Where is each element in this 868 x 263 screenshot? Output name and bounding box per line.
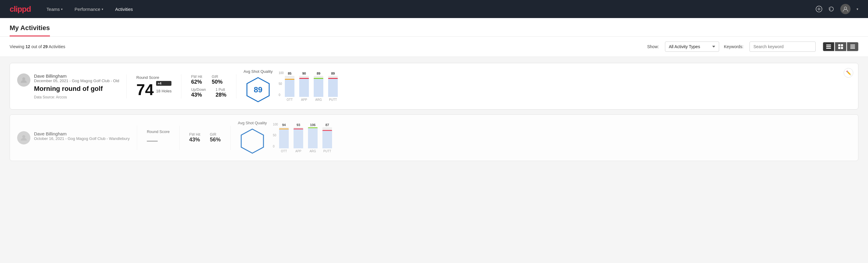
- bar-outer: [279, 127, 289, 148]
- activity-type-select[interactable]: All Activity Types: [665, 41, 719, 52]
- one-putt-value: 28%: [216, 92, 226, 98]
- card-info: Dave Billingham October 16, 2021 - Gog M…: [34, 131, 130, 143]
- card-info: Dave Billingham December 05, 2021 - Gog …: [34, 74, 119, 99]
- nav-label-activities: Activities: [115, 7, 133, 12]
- round-score-block: Round Score —: [140, 129, 177, 146]
- bar-accent: [279, 128, 289, 129]
- avatar: [17, 74, 30, 87]
- chart-columns: 94OTT93APP106ARG87PUTT: [279, 123, 332, 153]
- svg-rect-10: [850, 46, 855, 46]
- bar-fill: [314, 78, 323, 96]
- shot-quality-left: Avg Shot Quality 89: [244, 69, 273, 103]
- bar-fill: [328, 78, 338, 96]
- bar-col: 89PUTT: [328, 71, 338, 101]
- bar-fill: [299, 78, 309, 97]
- nav-label-teams: Teams: [46, 7, 60, 12]
- edit-button[interactable]: ✏️: [844, 68, 853, 78]
- bar-outer: [293, 127, 303, 148]
- keywords-label: Keywords:: [724, 44, 743, 49]
- svg-rect-6: [841, 44, 843, 46]
- mini-stats: FW Hit 62% GIR 50% Up/Down 43% 1 Putt: [184, 75, 234, 98]
- svg-rect-5: [838, 44, 840, 46]
- bar-x-label: PUTT: [329, 98, 337, 101]
- svg-rect-9: [850, 45, 855, 45]
- bar-col: 94OTT: [279, 123, 289, 153]
- user-dropdown-chevron[interactable]: ▾: [857, 7, 858, 11]
- activity-card: Dave Billingham October 16, 2021 - Gog M…: [10, 114, 858, 161]
- nav-item-activities[interactable]: Activities: [114, 4, 134, 14]
- one-putt-label: 1 Putt: [216, 88, 226, 92]
- view-list-full-button[interactable]: [847, 42, 858, 51]
- bar-col: 85OTT: [285, 71, 294, 101]
- logo: clippd: [10, 4, 31, 14]
- bar-x-label: OTT: [287, 98, 292, 101]
- one-putt-stat: 1 Putt 28%: [216, 88, 226, 98]
- fw-hit-stat: FW Hit 62%: [191, 75, 202, 85]
- avatar: [17, 131, 30, 144]
- shot-quality-label: Avg Shot Quality: [238, 121, 267, 125]
- fw-hit-stat: FW Hit 43%: [189, 133, 200, 143]
- user-avatar[interactable]: [840, 4, 850, 14]
- y-label-0: 0: [273, 145, 278, 148]
- player-date: December 05, 2021 - Gog Magog Golf Club …: [34, 79, 119, 83]
- nav-item-performance[interactable]: Performance ▾: [73, 4, 104, 14]
- bar-fill: [308, 127, 318, 148]
- up-down-stat: Up/Down 43%: [191, 88, 206, 98]
- refresh-button[interactable]: [828, 6, 834, 12]
- bar-col: 106ARG: [308, 123, 318, 153]
- bar-fill: [285, 79, 294, 97]
- viewing-count: 12: [26, 44, 30, 49]
- shot-quality-block: Avg Shot Quality 89 100: [239, 69, 343, 103]
- bar-col: 90APP: [299, 71, 309, 101]
- bar-chart: 100 50 0 85OTT90APP89ARG89PUTT: [279, 71, 338, 101]
- bar-x-label: PUTT: [323, 150, 331, 153]
- card-player-info: Dave Billingham October 16, 2021 - Gog M…: [17, 131, 134, 144]
- up-down-value: 43%: [191, 92, 206, 98]
- bar-fill: [322, 130, 332, 148]
- chart-columns: 85OTT90APP89ARG89PUTT: [285, 71, 338, 101]
- bar-value-label: 90: [302, 71, 306, 75]
- shot-quality-label: Avg Shot Quality: [244, 69, 273, 74]
- score-badge: +4: [156, 81, 172, 86]
- svg-rect-7: [838, 47, 840, 49]
- svg-rect-12: [850, 48, 855, 49]
- chart-y-labels: 100 50 0: [273, 123, 278, 153]
- gir-value: 50%: [212, 79, 223, 85]
- add-button[interactable]: [816, 6, 822, 12]
- activity-card: ✏️ Dave Billingham December 05, 2021 - G…: [10, 63, 858, 110]
- y-label-50: 50: [279, 82, 284, 85]
- view-grid-button[interactable]: [835, 42, 846, 51]
- player-name: Dave Billingham: [34, 74, 119, 79]
- gir-stat: GIR 50%: [212, 75, 223, 85]
- mini-stat-row-top: FW Hit 43% GIR 56%: [189, 133, 221, 143]
- bar-value-label: 85: [288, 71, 291, 75]
- fw-hit-label: FW Hit: [189, 133, 200, 137]
- view-list-compact-button[interactable]: [823, 42, 834, 51]
- search-input[interactable]: [749, 41, 816, 52]
- data-source: Data Source: Arccos: [34, 95, 119, 99]
- svg-rect-3: [826, 46, 831, 47]
- round-score-value: 74: [136, 82, 154, 97]
- bar-fill: [279, 128, 289, 148]
- svg-rect-4: [826, 48, 831, 49]
- shot-quality-left: Avg Shot Quality: [238, 121, 267, 155]
- bar-chart: 100 50 0 94OTT93APP106ARG87PUTT: [273, 123, 332, 153]
- bar-outer: [314, 76, 323, 97]
- fw-hit-value: 43%: [189, 137, 200, 143]
- y-label-100: 100: [273, 123, 278, 126]
- view-toggles: [823, 42, 858, 51]
- chevron-down-icon: ▾: [102, 7, 103, 11]
- bar-outer: [322, 127, 332, 148]
- svg-rect-2: [826, 45, 831, 46]
- bar-x-label: APP: [296, 150, 301, 153]
- bar-value-label: 89: [331, 71, 335, 75]
- show-label: Show:: [647, 44, 659, 49]
- svg-point-13: [22, 77, 25, 80]
- nav-item-teams[interactable]: Teams ▾: [45, 4, 64, 14]
- svg-rect-11: [850, 47, 855, 48]
- viewing-text: Viewing 12 out of 29 Activities: [10, 44, 65, 49]
- svg-rect-8: [841, 47, 843, 49]
- hexagon-wrap: 89: [244, 76, 273, 103]
- bar-accent: [328, 78, 338, 79]
- round-score-label: Round Score: [147, 129, 169, 134]
